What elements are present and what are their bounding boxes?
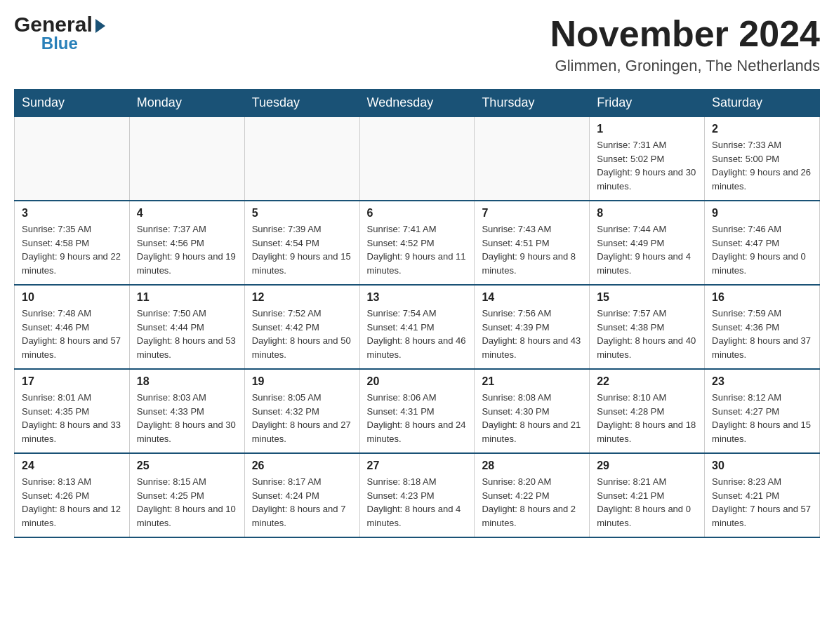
day-number: 16 xyxy=(712,291,812,304)
day-cell: 12Sunrise: 7:52 AMSunset: 4:42 PMDayligh… xyxy=(244,285,359,369)
day-cell: 15Sunrise: 7:57 AMSunset: 4:38 PMDayligh… xyxy=(590,285,705,369)
days-of-week-row: Sunday Monday Tuesday Wednesday Thursday… xyxy=(15,90,820,117)
day-info: Sunrise: 7:50 AMSunset: 4:44 PMDaylight:… xyxy=(137,307,237,361)
day-cell: 17Sunrise: 8:01 AMSunset: 4:35 PMDayligh… xyxy=(15,369,130,453)
day-cell: 18Sunrise: 8:03 AMSunset: 4:33 PMDayligh… xyxy=(129,369,244,453)
col-thursday: Thursday xyxy=(475,90,590,117)
logo-line2: Blue xyxy=(14,35,105,52)
day-cell: 9Sunrise: 7:46 AMSunset: 4:47 PMDaylight… xyxy=(705,201,820,285)
day-cell: 4Sunrise: 7:37 AMSunset: 4:56 PMDaylight… xyxy=(129,201,244,285)
day-number: 17 xyxy=(22,375,122,388)
day-info: Sunrise: 8:18 AMSunset: 4:23 PMDaylight:… xyxy=(367,475,468,530)
calendar-header: Sunday Monday Tuesday Wednesday Thursday… xyxy=(15,90,820,117)
day-info: Sunrise: 8:21 AMSunset: 4:21 PMDaylight:… xyxy=(597,475,697,530)
day-info: Sunrise: 7:43 AMSunset: 4:51 PMDaylight:… xyxy=(482,222,582,277)
day-info: Sunrise: 8:06 AMSunset: 4:31 PMDaylight:… xyxy=(367,391,468,445)
day-cell: 11Sunrise: 7:50 AMSunset: 4:44 PMDayligh… xyxy=(129,285,244,369)
logo: General Blue xyxy=(14,14,105,52)
day-number: 11 xyxy=(137,291,237,304)
day-cell xyxy=(359,116,475,201)
day-cell: 5Sunrise: 7:39 AMSunset: 4:54 PMDaylight… xyxy=(244,201,359,285)
day-info: Sunrise: 7:41 AMSunset: 4:52 PMDaylight:… xyxy=(367,222,468,277)
day-cell: 21Sunrise: 8:08 AMSunset: 4:30 PMDayligh… xyxy=(475,369,590,453)
day-number: 19 xyxy=(252,375,352,388)
day-info: Sunrise: 7:59 AMSunset: 4:36 PMDaylight:… xyxy=(712,307,812,361)
week-row-3: 10Sunrise: 7:48 AMSunset: 4:46 PMDayligh… xyxy=(15,285,820,369)
day-number: 4 xyxy=(137,207,237,220)
week-row-2: 3Sunrise: 7:35 AMSunset: 4:58 PMDaylight… xyxy=(15,201,820,285)
day-info: Sunrise: 8:13 AMSunset: 4:26 PMDaylight:… xyxy=(22,475,122,530)
day-cell: 1Sunrise: 7:31 AMSunset: 5:02 PMDaylight… xyxy=(590,116,705,201)
day-number: 12 xyxy=(252,291,352,304)
day-cell: 23Sunrise: 8:12 AMSunset: 4:27 PMDayligh… xyxy=(705,369,820,453)
day-info: Sunrise: 7:37 AMSunset: 4:56 PMDaylight:… xyxy=(137,222,237,277)
day-number: 5 xyxy=(252,207,352,220)
day-number: 27 xyxy=(367,459,468,472)
day-number: 13 xyxy=(367,291,468,304)
day-cell: 14Sunrise: 7:56 AMSunset: 4:39 PMDayligh… xyxy=(475,285,590,369)
page-header: General Blue November 2024 Glimmen, Gron… xyxy=(14,14,820,75)
day-info: Sunrise: 7:31 AMSunset: 5:02 PMDaylight:… xyxy=(597,138,697,193)
col-sunday: Sunday xyxy=(15,90,130,117)
logo-line1: General xyxy=(14,14,105,35)
day-cell: 22Sunrise: 8:10 AMSunset: 4:28 PMDayligh… xyxy=(590,369,705,453)
day-cell: 16Sunrise: 7:59 AMSunset: 4:36 PMDayligh… xyxy=(705,285,820,369)
day-cell: 7Sunrise: 7:43 AMSunset: 4:51 PMDaylight… xyxy=(475,201,590,285)
day-number: 29 xyxy=(597,459,697,472)
day-info: Sunrise: 8:08 AMSunset: 4:30 PMDaylight:… xyxy=(482,391,582,445)
day-info: Sunrise: 7:52 AMSunset: 4:42 PMDaylight:… xyxy=(252,307,352,361)
day-cell: 24Sunrise: 8:13 AMSunset: 4:26 PMDayligh… xyxy=(15,453,130,537)
day-info: Sunrise: 8:17 AMSunset: 4:24 PMDaylight:… xyxy=(252,475,352,530)
day-info: Sunrise: 7:39 AMSunset: 4:54 PMDaylight:… xyxy=(252,222,352,277)
calendar-body: 1Sunrise: 7:31 AMSunset: 5:02 PMDaylight… xyxy=(15,116,820,537)
day-cell xyxy=(15,116,130,201)
day-number: 30 xyxy=(712,459,812,472)
day-number: 7 xyxy=(482,207,582,220)
day-info: Sunrise: 7:54 AMSunset: 4:41 PMDaylight:… xyxy=(367,307,468,361)
day-number: 22 xyxy=(597,375,697,388)
day-number: 1 xyxy=(597,123,697,135)
day-info: Sunrise: 8:15 AMSunset: 4:25 PMDaylight:… xyxy=(137,475,237,530)
day-info: Sunrise: 7:57 AMSunset: 4:38 PMDaylight:… xyxy=(597,307,697,361)
day-info: Sunrise: 7:33 AMSunset: 5:00 PMDaylight:… xyxy=(712,138,812,193)
calendar: Sunday Monday Tuesday Wednesday Thursday… xyxy=(14,89,820,538)
day-info: Sunrise: 8:20 AMSunset: 4:22 PMDaylight:… xyxy=(482,475,582,530)
day-info: Sunrise: 7:35 AMSunset: 4:58 PMDaylight:… xyxy=(22,222,122,277)
day-info: Sunrise: 7:48 AMSunset: 4:46 PMDaylight:… xyxy=(22,307,122,361)
day-cell: 30Sunrise: 8:23 AMSunset: 4:21 PMDayligh… xyxy=(705,453,820,537)
col-tuesday: Tuesday xyxy=(244,90,359,117)
day-cell: 29Sunrise: 8:21 AMSunset: 4:21 PMDayligh… xyxy=(590,453,705,537)
day-cell: 10Sunrise: 7:48 AMSunset: 4:46 PMDayligh… xyxy=(15,285,130,369)
day-cell: 27Sunrise: 8:18 AMSunset: 4:23 PMDayligh… xyxy=(359,453,475,537)
day-cell: 2Sunrise: 7:33 AMSunset: 5:00 PMDaylight… xyxy=(705,116,820,201)
day-cell xyxy=(244,116,359,201)
day-info: Sunrise: 8:03 AMSunset: 4:33 PMDaylight:… xyxy=(137,391,237,445)
day-cell xyxy=(475,116,590,201)
day-number: 23 xyxy=(712,375,812,388)
day-number: 26 xyxy=(252,459,352,472)
day-info: Sunrise: 8:12 AMSunset: 4:27 PMDaylight:… xyxy=(712,391,812,445)
day-number: 8 xyxy=(597,207,697,220)
col-monday: Monday xyxy=(129,90,244,117)
title-block: November 2024 Glimmen, Groningen, The Ne… xyxy=(550,14,820,75)
day-info: Sunrise: 7:46 AMSunset: 4:47 PMDaylight:… xyxy=(712,222,812,277)
day-number: 2 xyxy=(712,123,812,135)
day-number: 6 xyxy=(367,207,468,220)
day-info: Sunrise: 7:56 AMSunset: 4:39 PMDaylight:… xyxy=(482,307,582,361)
day-number: 24 xyxy=(22,459,122,472)
day-cell: 19Sunrise: 8:05 AMSunset: 4:32 PMDayligh… xyxy=(244,369,359,453)
day-info: Sunrise: 8:10 AMSunset: 4:28 PMDaylight:… xyxy=(597,391,697,445)
col-friday: Friday xyxy=(590,90,705,117)
day-cell: 25Sunrise: 8:15 AMSunset: 4:25 PMDayligh… xyxy=(129,453,244,537)
day-info: Sunrise: 8:23 AMSunset: 4:21 PMDaylight:… xyxy=(712,475,812,530)
col-wednesday: Wednesday xyxy=(359,90,475,117)
day-cell: 8Sunrise: 7:44 AMSunset: 4:49 PMDaylight… xyxy=(590,201,705,285)
day-number: 25 xyxy=(137,459,237,472)
day-info: Sunrise: 8:01 AMSunset: 4:35 PMDaylight:… xyxy=(22,391,122,445)
col-saturday: Saturday xyxy=(705,90,820,117)
day-number: 3 xyxy=(22,207,122,220)
day-number: 10 xyxy=(22,291,122,304)
day-cell: 28Sunrise: 8:20 AMSunset: 4:22 PMDayligh… xyxy=(475,453,590,537)
day-cell: 6Sunrise: 7:41 AMSunset: 4:52 PMDaylight… xyxy=(359,201,475,285)
day-cell: 20Sunrise: 8:06 AMSunset: 4:31 PMDayligh… xyxy=(359,369,475,453)
